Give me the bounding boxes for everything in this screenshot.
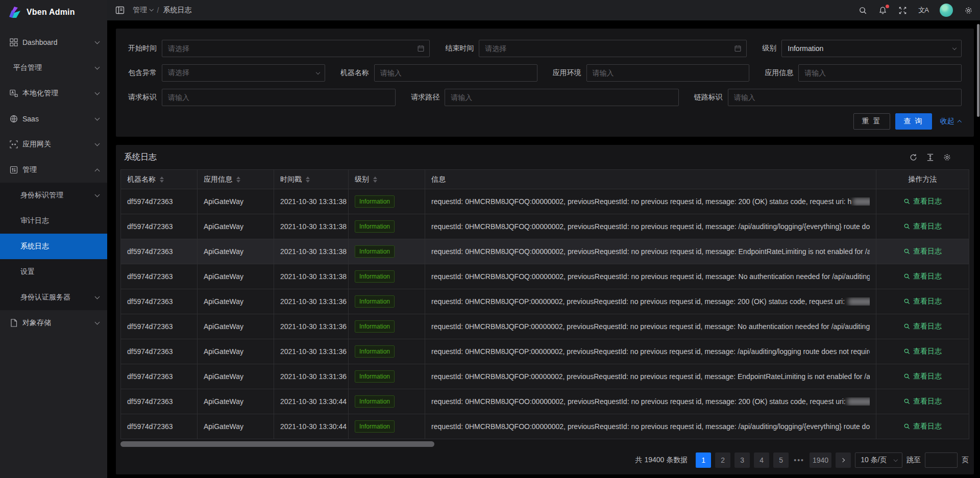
notification-bell-icon[interactable] <box>878 6 887 15</box>
column-header[interactable]: 机器名称 <box>121 170 198 189</box>
page-size-select[interactable]: 10 条/页 <box>855 452 902 468</box>
settings-gear-icon[interactable] <box>964 6 973 15</box>
vben-logo-icon <box>7 5 21 19</box>
vertical-scrollbar[interactable] <box>977 24 979 117</box>
pagination-page-5[interactable]: 5 <box>773 452 789 468</box>
column-settings-gear-icon[interactable] <box>943 153 951 162</box>
sort-caret-icon[interactable] <box>160 177 164 183</box>
row-height-icon[interactable] <box>926 153 935 162</box>
request-id-label: 请求标识 <box>128 93 157 102</box>
horizontal-scrollbar-thumb[interactable] <box>120 441 434 447</box>
table-row: df5974d72363ApiGateWay2021-10-30 13:31:3… <box>121 264 969 289</box>
column-header[interactable]: 级别 <box>349 170 425 189</box>
end-time-input[interactable] <box>479 40 747 57</box>
trace-id-input[interactable] <box>728 89 962 106</box>
content-area: 开始时间结束时间级别Information包含异常请选择机器名称应用环境应用信息… <box>107 20 980 478</box>
sidebar-item-settings[interactable]: 设置 <box>0 259 107 285</box>
cell-actions: 查看日志 <box>876 314 969 339</box>
trace-id-label: 链路标识 <box>694 93 723 102</box>
cell-level: Information <box>349 264 425 289</box>
has-exception-select[interactable]: 请选择 <box>162 64 325 82</box>
sidebar-item-gateway[interactable]: 应用网关 <box>0 132 107 157</box>
app-env-input[interactable] <box>586 64 750 82</box>
cell-machine-name: df5974d72363 <box>121 314 198 339</box>
sidebar-item-saas[interactable]: Saas <box>0 106 107 132</box>
view-log-link[interactable]: 查看日志 <box>903 222 942 231</box>
pagination-page-4[interactable]: 4 <box>754 452 769 468</box>
sidebar-item-platform[interactable]: 平台管理 <box>0 55 107 81</box>
sidebar-item-identity-mgmt[interactable]: 身份标识管理 <box>0 183 107 208</box>
refresh-icon[interactable] <box>909 153 918 162</box>
page-unit-label: 页 <box>962 456 969 465</box>
view-log-link[interactable]: 查看日志 <box>903 397 942 406</box>
view-log-link[interactable]: 查看日志 <box>903 347 942 356</box>
cell-actions: 查看日志 <box>876 214 969 239</box>
reset-button[interactable]: 重 置 <box>853 113 890 130</box>
request-id-input[interactable] <box>162 89 396 106</box>
sidebar-item-audit-log[interactable]: 审计日志 <box>0 208 107 234</box>
cell-timestamp: 2021-10-30 13:31:38 <box>274 189 349 214</box>
table-row: df5974d72363ApiGateWay2021-10-30 13:31:3… <box>121 289 969 314</box>
menu-fold-icon[interactable] <box>115 6 125 15</box>
avatar[interactable] <box>940 4 953 17</box>
sidebar-item-localization[interactable]: 本地化管理 <box>0 81 107 106</box>
cell-app-info: ApiGateWay <box>198 264 274 289</box>
collapse-toggle[interactable]: 收起 <box>940 117 961 126</box>
level-badge: Information <box>355 370 395 383</box>
search-button[interactable]: 查 询 <box>895 113 932 130</box>
view-log-link[interactable]: 查看日志 <box>903 272 942 281</box>
view-log-link[interactable]: 查看日志 <box>903 297 942 306</box>
machine-name-input[interactable] <box>374 64 537 82</box>
sidebar-item-management[interactable]: 管理 <box>0 157 107 183</box>
cell-actions: 查看日志 <box>876 339 969 364</box>
cell-app-info: ApiGateWay <box>198 239 274 264</box>
cell-timestamp: 2021-10-30 13:31:38 <box>274 239 349 264</box>
view-log-link[interactable]: 查看日志 <box>903 322 942 331</box>
column-label: 时间戳 <box>280 175 302 184</box>
jump-page-input[interactable] <box>925 452 958 468</box>
fullscreen-icon[interactable] <box>898 6 907 15</box>
cell-timestamp: 2021-10-30 13:31:36 <box>274 314 349 339</box>
cell-timestamp: 2021-10-30 13:31:38 <box>274 264 349 289</box>
pagination-page-1[interactable]: 1 <box>696 452 711 468</box>
form-row: 开始时间结束时间级别Information <box>128 40 962 57</box>
view-log-link[interactable]: 查看日志 <box>903 372 942 381</box>
cell-actions: 查看日志 <box>876 239 969 264</box>
cell-timestamp: 2021-10-30 13:31:36 <box>274 289 349 314</box>
request-path-input[interactable] <box>445 89 678 106</box>
pagination-page-2[interactable]: 2 <box>715 452 730 468</box>
sort-caret-icon[interactable] <box>373 177 377 183</box>
sort-caret-icon[interactable] <box>306 177 310 183</box>
cell-actions: 查看日志 <box>876 289 969 314</box>
view-log-link[interactable]: 查看日志 <box>903 247 942 256</box>
pagination-next-button[interactable] <box>836 452 851 468</box>
logo[interactable]: Vben Admin <box>0 0 107 24</box>
view-log-link[interactable]: 查看日志 <box>903 422 942 431</box>
cell-level: Information <box>349 414 425 439</box>
column-header[interactable]: 时间戳 <box>274 170 349 189</box>
pagination-ellipsis[interactable]: ••• <box>793 456 805 464</box>
table-title: 系统日志 <box>124 152 157 163</box>
sidebar-item-dashboard[interactable]: Dashboard <box>0 30 107 55</box>
pagination-last-page[interactable]: 1940 <box>810 452 831 468</box>
level-badge: Information <box>355 420 395 433</box>
magnifier-icon <box>903 298 911 305</box>
level-badge: Information <box>355 270 395 283</box>
column-header[interactable]: 应用信息 <box>198 170 274 189</box>
level-select[interactable]: Information <box>781 40 962 57</box>
cell-actions: 查看日志 <box>876 389 969 414</box>
cell-machine-name: df5974d72363 <box>121 364 198 389</box>
start-time-input[interactable] <box>162 40 430 57</box>
storage-icon <box>9 318 18 328</box>
search-icon[interactable] <box>859 6 867 15</box>
pagination-page-3[interactable]: 3 <box>734 452 750 468</box>
cell-message: requestId: 0HMCRBM8JQFOQ:00000002, previ… <box>425 214 876 239</box>
translate-icon[interactable]: 文A <box>918 6 928 15</box>
sidebar-item-object-storage[interactable]: 对象存储 <box>0 310 107 336</box>
breadcrumb-parent[interactable]: 管理 <box>133 6 153 15</box>
sidebar-item-auth-server[interactable]: 身份认证服务器 <box>0 285 107 310</box>
sort-caret-icon[interactable] <box>236 177 240 183</box>
view-log-link[interactable]: 查看日志 <box>903 197 942 206</box>
app-info-input[interactable] <box>798 64 962 82</box>
sidebar-item-system-log[interactable]: 系统日志 <box>0 234 107 259</box>
